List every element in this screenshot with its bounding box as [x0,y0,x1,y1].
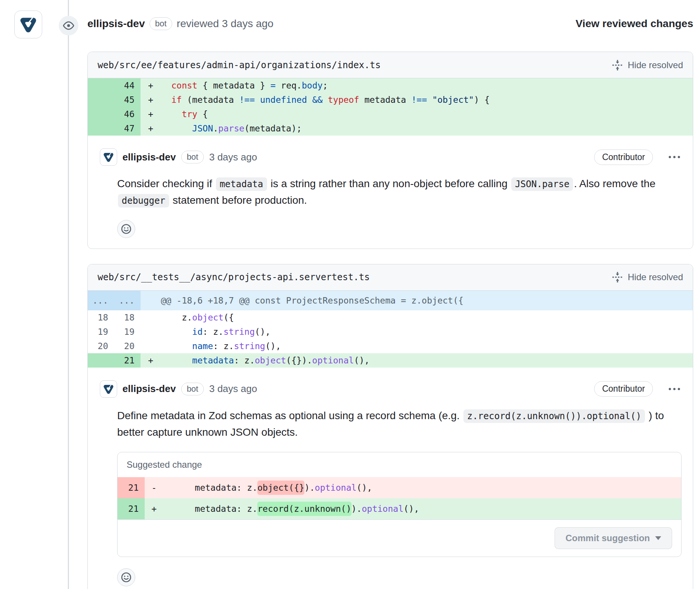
diff-sign: + [141,107,161,121]
comment-author-name[interactable]: ellipsis-dev [122,383,176,395]
diff-sign: + [145,498,164,519]
hide-resolved-button[interactable]: Hide resolved [612,60,683,71]
comment-text: . Also remove the [574,178,655,189]
diff-code: metadata: z.object({}).optional(), [164,477,681,498]
hide-resolved-label: Hide resolved [628,272,683,282]
file-path[interactable]: web/src/ee/features/admin-api/organizati… [98,60,381,70]
fold-icon [612,272,623,283]
review-action-text: reviewed 3 days ago [177,18,274,30]
diff-line: 21+ metadata: z.record(z.unknown()).opti… [118,498,681,519]
diff-view: ......@@ -18,6 +18,7 @@ const ProjectRes… [88,291,693,368]
line-number[interactable] [88,121,114,136]
diff-line: 46+ try { [88,107,693,121]
diff-sign [141,310,161,325]
diff-code: metadata: z.object({}).optional(), [161,353,693,368]
comment-author-avatar[interactable] [100,380,117,398]
diff-view: 44+ const { metadata } = req.body;45+ if… [88,78,693,136]
diff-line: 21- metadata: z.object({}).optional(), [118,477,681,498]
line-number[interactable]: 45 [114,93,141,107]
view-reviewed-changes-link[interactable]: View reviewed changes [576,18,693,30]
bot-badge: bot [181,151,204,163]
comment-timestamp[interactable]: 3 days ago [209,151,257,163]
file-header: web/src/ee/features/admin-api/organizati… [88,52,693,78]
diff-line: 44+ const { metadata } = req.body; [88,78,693,93]
comment-timestamp[interactable]: 3 days ago [209,383,257,395]
comment-text: Consider checking if [117,178,215,189]
diff-code: @@ -18,6 +18,7 @@ const ProjectResponseS… [161,291,693,310]
add-reaction-button[interactable] [117,220,135,238]
diff-line: 1818 z.object({ [88,310,693,325]
line-number[interactable]: 44 [114,78,141,93]
diff-sign: + [141,93,161,107]
eye-icon [63,20,74,31]
comment-options-kebab-icon[interactable] [667,153,682,161]
reviewer-name[interactable]: ellipsis-dev [87,18,145,30]
suggested-change-label: Suggested change [118,452,681,477]
diff-line: ......@@ -18,6 +18,7 @@ const ProjectRes… [88,291,693,310]
commit-suggestion-button[interactable]: Commit suggestion [555,527,672,549]
diff-code: z.object({ [161,310,693,325]
file-header: web/src/__tests__/async/projects-api.ser… [88,264,693,291]
smiley-icon [121,224,131,234]
diff-sign [141,325,161,339]
ellipsis-logo-icon [102,383,115,395]
ellipsis-logo-icon [102,151,115,163]
commit-suggestion-label: Commit suggestion [566,533,650,543]
diff-code: if (metadata !== undefined && typeof met… [161,93,693,107]
line-number[interactable]: 19 [114,325,141,339]
line-number[interactable] [88,93,114,107]
comment-text: is a string rather than any non-object b… [268,178,510,189]
reviewer-avatar[interactable] [14,11,42,38]
line-number[interactable]: ... [114,291,141,310]
line-number[interactable]: 21 [118,498,145,519]
comment-options-kebab-icon[interactable] [667,385,682,393]
bot-badge: bot [181,383,204,395]
diff-code: const { metadata } = req.body; [161,78,693,93]
inline-code: debugger [118,194,169,208]
diff-code: try { [161,107,693,121]
line-number[interactable]: ... [88,291,114,310]
contributor-badge: Contributor [594,381,653,397]
line-number[interactable]: 18 [114,310,141,325]
diff-code: id: z.string(), [161,325,693,339]
comment-text: statement before production. [170,194,307,206]
comment-author-name[interactable]: ellipsis-dev [122,151,176,163]
timeline-line [68,0,69,589]
line-number[interactable] [88,353,114,368]
comment-header: ellipsis-dev bot 3 days ago Contributor [100,380,682,398]
line-number[interactable]: 18 [88,310,114,325]
comment-body: Define metadata in Zod schemas as option… [117,407,682,441]
comment-author-avatar[interactable] [100,148,117,166]
add-reaction-button[interactable] [117,568,135,586]
line-number[interactable]: 21 [114,353,141,368]
inline-code: metadata [216,177,267,191]
smiley-icon [121,572,131,583]
hide-resolved-label: Hide resolved [628,60,683,70]
diff-sign: - [145,477,164,498]
diff-code: metadata: z.record(z.unknown()).optional… [164,498,681,519]
inline-code: z.record(z.unknown()).optional() [463,409,645,423]
hide-resolved-button[interactable]: Hide resolved [612,272,683,283]
diff-code: JSON.parse(metadata); [161,121,693,136]
diff-line: 45+ if (metadata !== undefined && typeof… [88,93,693,107]
fold-icon [612,60,623,71]
bot-badge: bot [150,17,173,30]
ellipsis-logo-icon [18,15,38,34]
review-comment: ellipsis-dev bot 3 days ago Contributor … [88,136,693,249]
contributor-badge: Contributor [594,150,653,165]
suggested-change-block: Suggested change 21- metadata: z.object(… [117,452,682,557]
line-number[interactable]: 21 [118,477,145,498]
line-number[interactable] [88,107,114,121]
diff-sign: + [141,353,161,368]
line-number[interactable]: 20 [88,339,114,353]
suggestion-diff: 21- metadata: z.object({}).optional(),21… [118,477,681,519]
line-number[interactable]: 20 [114,339,141,353]
diff-sign: + [141,121,161,136]
line-number[interactable]: 19 [88,325,114,339]
line-number[interactable] [88,78,114,93]
file-path[interactable]: web/src/__tests__/async/projects-api.ser… [98,272,370,282]
line-number[interactable]: 47 [114,121,141,136]
line-number[interactable]: 46 [114,107,141,121]
diff-line: 21+ metadata: z.object({}).optional(), [88,353,693,368]
diff-line: 1919 id: z.string(), [88,325,693,339]
